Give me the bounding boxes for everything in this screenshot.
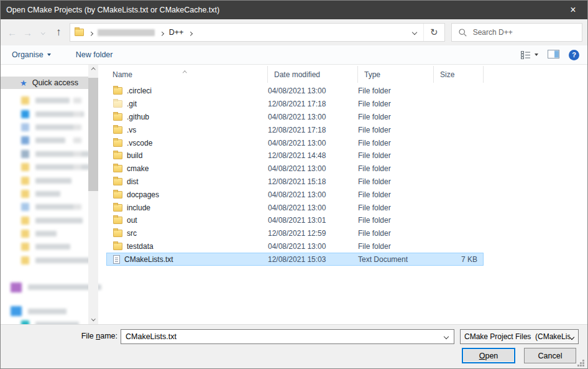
file-row[interactable]: .circleci 04/08/2021 13:00 File folder xyxy=(106,85,484,98)
chevron-down-icon[interactable] xyxy=(439,335,454,339)
folder-icon xyxy=(113,100,122,108)
sidebar-scrollbar[interactable] xyxy=(88,65,98,324)
file-row[interactable]: src 12/08/2021 12:59 File folder xyxy=(106,227,484,240)
column-headers: Name Date modified Type Size xyxy=(106,66,587,83)
file-row[interactable]: cmake 04/08/2021 13:00 File folder xyxy=(106,162,484,175)
breadcrumb-blurred-segment[interactable] xyxy=(98,29,155,36)
column-header-name[interactable]: Name xyxy=(106,66,268,83)
file-row[interactable]: .vscode 04/08/2021 13:00 File folder xyxy=(106,136,484,149)
type-cell: File folder xyxy=(358,139,434,147)
new-folder-label: New folder xyxy=(76,50,113,59)
blurred-item-label xyxy=(35,151,90,157)
date-modified-cell: 12/08/2021 17:18 xyxy=(268,100,358,108)
type-cell: File folder xyxy=(358,203,434,212)
blurred-item-label xyxy=(35,231,57,236)
file-row[interactable]: build 12/08/2021 14:48 File folder xyxy=(106,149,484,162)
blurred-item-extra xyxy=(73,111,81,117)
change-view-button[interactable] xyxy=(521,51,538,59)
blurred-item-icon xyxy=(21,203,29,211)
help-question-icon: ? xyxy=(572,51,576,58)
file-row[interactable]: .git 12/08/2021 17:18 File folder xyxy=(106,98,484,111)
blurred-item-extra xyxy=(73,138,81,143)
open-button[interactable]: Open xyxy=(462,348,515,363)
resize-grip[interactable] xyxy=(577,360,585,367)
folder-icon xyxy=(113,230,122,237)
quick-access-label: Quick access xyxy=(32,78,78,87)
file-row[interactable]: out 04/08/2021 13:01 File folder xyxy=(106,214,484,227)
folder-icon xyxy=(75,29,84,36)
file-type-value: CMake Project Files (CMakeLis xyxy=(464,332,570,341)
blurred-item-label xyxy=(35,178,71,184)
folder-icon xyxy=(113,87,122,95)
search-placeholder: Search D++ xyxy=(473,28,513,37)
breadcrumb-current[interactable]: D++ xyxy=(169,28,184,37)
organise-button[interactable]: Organise xyxy=(12,50,51,59)
cancel-button[interactable]: Cancel xyxy=(524,348,576,363)
quick-access-star-icon: ★ xyxy=(20,79,27,87)
scroll-down-icon[interactable] xyxy=(88,314,98,324)
sidebar-item-quick-access[interactable]: ★ Quick access xyxy=(1,77,88,89)
scroll-up-icon[interactable] xyxy=(88,65,98,75)
type-cell: File folder xyxy=(358,216,434,225)
file-name-cell: dist xyxy=(106,177,268,186)
close-icon[interactable]: × xyxy=(559,1,587,19)
column-header-date-modified[interactable]: Date modified xyxy=(268,66,358,83)
type-cell: File folder xyxy=(358,100,434,108)
address-dropdown-icon[interactable] xyxy=(406,24,423,41)
column-header-type[interactable]: Type xyxy=(358,66,434,83)
chevron-right-icon xyxy=(90,28,93,37)
blurred-item-label xyxy=(35,244,70,250)
search-input[interactable]: Search D++ xyxy=(451,23,582,42)
date-modified-cell: 04/08/2021 13:00 xyxy=(268,86,358,95)
scrollbar-thumb[interactable] xyxy=(88,78,98,191)
file-row[interactable]: dist 12/08/2021 15:18 File folder xyxy=(106,175,484,189)
blurred-item-extra xyxy=(73,164,81,170)
refresh-icon[interactable]: ↻ xyxy=(424,24,444,41)
date-modified-cell: 12/08/2021 12:59 xyxy=(268,229,358,238)
blurred-item-icon xyxy=(21,163,29,171)
blurred-item-icon xyxy=(21,190,29,198)
blurred-item-icon xyxy=(21,230,29,238)
type-cell: File folder xyxy=(358,126,434,134)
dialog-title: Open CMake Projects (by CMakeLists.txt o… xyxy=(6,6,219,14)
file-row[interactable]: CMakeLists.txt 12/08/2021 15:03 Text Doc… xyxy=(106,253,484,266)
folder-icon xyxy=(113,191,122,199)
titlebar: Open CMake Projects (by CMakeLists.txt o… xyxy=(1,1,587,19)
blurred-item-icon xyxy=(21,217,29,225)
file-name-input[interactable]: CMakeLists.txt xyxy=(121,329,454,344)
date-modified-cell: 04/08/2021 13:00 xyxy=(268,203,358,212)
up-icon[interactable]: ↑ xyxy=(51,24,67,40)
blurred-item-label xyxy=(35,164,93,170)
column-header-size[interactable]: Size xyxy=(434,66,484,83)
file-row[interactable]: testdata 04/08/2021 13:00 File folder xyxy=(106,240,484,253)
type-cell: File folder xyxy=(358,229,434,238)
blurred-item-icon xyxy=(11,306,22,316)
help-button[interactable]: ? xyxy=(569,50,579,60)
navigation-pane: ★ Quick access xyxy=(1,65,106,324)
new-folder-button[interactable]: New folder xyxy=(76,50,113,59)
file-name-cell: cmake xyxy=(106,164,268,173)
blurred-item-label xyxy=(35,204,76,210)
address-bar[interactable]: D++ ↻ xyxy=(70,23,445,42)
recent-locations-icon[interactable] xyxy=(35,24,51,40)
folder-icon xyxy=(113,152,122,159)
preview-pane-button[interactable] xyxy=(548,50,559,60)
type-cell: File folder xyxy=(358,86,434,95)
type-cell: File folder xyxy=(358,190,434,199)
file-row[interactable]: .github 04/08/2021 13:00 File folder xyxy=(106,111,484,124)
file-type-select[interactable]: CMake Project Files (CMakeLis xyxy=(460,329,579,344)
folder-icon xyxy=(113,139,122,147)
file-row[interactable]: docpages 04/08/2021 13:00 File folder xyxy=(106,188,484,201)
folder-icon xyxy=(113,204,122,212)
file-name-cell: CMakeLists.txt xyxy=(106,255,268,264)
chevron-down-icon xyxy=(535,54,538,56)
blurred-item-icon xyxy=(11,283,22,292)
file-rows: .circleci 04/08/2021 13:00 File folder .… xyxy=(106,85,484,266)
file-name-cell: testdata xyxy=(106,242,268,251)
file-row[interactable]: include 04/08/2021 13:00 File folder xyxy=(106,201,484,214)
blurred-item-label xyxy=(35,124,79,130)
forward-icon[interactable]: → xyxy=(20,24,35,40)
type-header-label: Type xyxy=(364,70,380,79)
file-row[interactable]: .vs 12/08/2021 17:18 File folder xyxy=(106,123,484,136)
back-icon[interactable]: ← xyxy=(4,24,20,40)
